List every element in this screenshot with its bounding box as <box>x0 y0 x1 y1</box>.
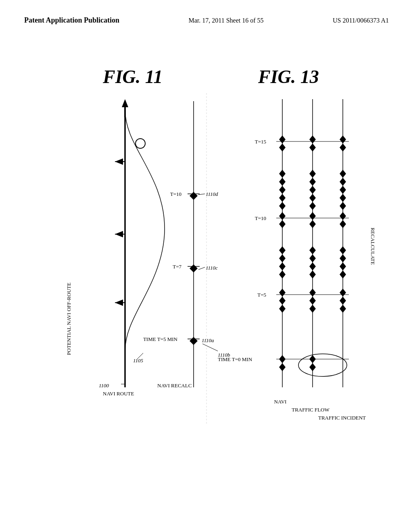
svg-marker-71 <box>340 170 346 178</box>
potential-navi-label: POTENTIAL NAVI OFF-ROUTE <box>66 283 72 355</box>
ref-1110c-label: 1110c <box>206 265 218 271</box>
fig13-time-t0: TIME T=0 MIN <box>218 356 252 362</box>
svg-marker-36 <box>279 220 286 228</box>
page-header: Patent Application Publication Mar. 17, … <box>0 0 413 29</box>
svg-marker-59 <box>309 202 316 210</box>
svg-marker-42 <box>279 135 286 143</box>
fig13-t15: T=15 <box>255 139 266 145</box>
svg-marker-51 <box>309 262 316 270</box>
svg-line-16 <box>202 344 218 351</box>
svg-marker-76 <box>340 135 346 143</box>
svg-marker-66 <box>340 254 346 262</box>
svg-marker-38 <box>279 178 286 186</box>
svg-marker-37 <box>279 170 286 178</box>
svg-marker-62 <box>340 289 346 297</box>
ref-1110d-label: 1110d <box>206 191 218 197</box>
svg-point-9 <box>136 139 145 148</box>
legend-navi: NAVI <box>274 399 287 405</box>
svg-marker-29 <box>279 297 286 305</box>
svg-marker-31 <box>279 246 286 254</box>
publication-number: US 2011/0066373 A1 <box>333 17 389 24</box>
svg-marker-68 <box>340 270 346 278</box>
svg-marker-73 <box>340 186 346 194</box>
publication-title: Patent Application Publication <box>24 16 119 25</box>
svg-marker-58 <box>309 194 316 202</box>
legend-traffic-flow: TRAFFIC FLOW <box>292 407 330 413</box>
svg-marker-54 <box>309 220 316 228</box>
svg-marker-40 <box>279 194 286 202</box>
svg-point-78 <box>298 354 347 376</box>
svg-marker-43 <box>279 143 286 152</box>
svg-marker-77 <box>340 143 346 152</box>
svg-marker-60 <box>309 135 316 143</box>
svg-marker-52 <box>309 270 316 278</box>
svg-marker-34 <box>279 270 286 278</box>
diagram-content: FIG. 11 FIG. 13 POTENTIAL NAVI OFF-ROUTE… <box>0 37 413 528</box>
navi-route-label: NAVI ROUTE <box>103 391 134 397</box>
svg-marker-48 <box>309 305 316 313</box>
svg-marker-44 <box>309 355 316 363</box>
svg-marker-72 <box>340 178 346 186</box>
svg-marker-57 <box>309 186 316 194</box>
svg-marker-35 <box>279 212 286 220</box>
recalculate-label: RECALCULATE <box>370 228 376 265</box>
svg-marker-39 <box>279 186 286 194</box>
svg-marker-45 <box>309 363 316 371</box>
svg-marker-2 <box>122 99 128 107</box>
fig13-t10: T=10 <box>255 215 266 221</box>
svg-marker-41 <box>279 202 286 210</box>
svg-marker-26 <box>279 355 286 363</box>
publication-date: Mar. 17, 2011 Sheet 16 of 55 <box>188 17 263 24</box>
diamond-1110a <box>190 337 198 345</box>
ref-1110a: 1110a <box>202 337 214 343</box>
fig11-label: FIG. 11 <box>102 66 163 87</box>
svg-marker-50 <box>309 254 316 262</box>
svg-marker-53 <box>309 212 316 220</box>
svg-marker-55 <box>309 170 316 178</box>
svg-line-17 <box>198 267 205 270</box>
fig13-t5: T=5 <box>257 292 266 298</box>
time-t7-label: T=7 <box>173 264 181 270</box>
time-t10-label: T=10 <box>170 191 181 197</box>
svg-marker-46 <box>309 289 316 297</box>
time-t5-label: TIME T=5 MIN <box>143 336 178 342</box>
ref-1100: 1100 <box>99 382 109 389</box>
svg-marker-49 <box>309 246 316 254</box>
svg-marker-70 <box>340 220 346 228</box>
svg-marker-74 <box>340 194 346 202</box>
svg-marker-75 <box>340 202 346 210</box>
svg-marker-27 <box>279 363 286 371</box>
svg-marker-28 <box>279 289 286 297</box>
diamond-1110b <box>190 264 198 272</box>
navi-recalc-label: NAVI RECALC <box>157 382 192 389</box>
svg-marker-63 <box>340 297 346 305</box>
svg-marker-69 <box>340 212 346 220</box>
svg-marker-67 <box>340 262 346 270</box>
svg-marker-33 <box>279 262 286 270</box>
legend-traffic-incident: TRAFFIC INCIDENT <box>318 415 366 421</box>
svg-marker-56 <box>309 178 316 186</box>
ref-1105: 1105 <box>133 357 144 364</box>
svg-marker-47 <box>309 297 316 305</box>
svg-marker-64 <box>340 305 346 313</box>
diamond-1110c <box>190 192 198 200</box>
svg-marker-65 <box>340 246 346 254</box>
svg-marker-30 <box>279 305 286 313</box>
svg-marker-61 <box>309 143 316 152</box>
svg-marker-32 <box>279 254 286 262</box>
fig13-label: FIG. 13 <box>258 66 319 87</box>
